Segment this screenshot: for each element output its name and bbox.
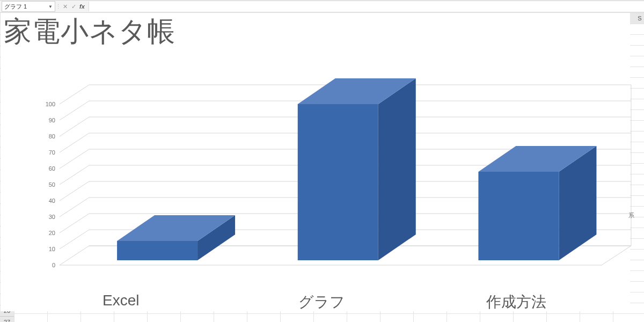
category-label-1: グラフ (298, 292, 345, 312)
svg-line-15 (60, 165, 89, 185)
chart-object[interactable]: 家電小ネタ帳 0102030405060708090100 Excel グラフ … (1, 13, 630, 311)
svg-text:90: 90 (49, 117, 55, 123)
svg-line-6 (60, 214, 89, 233)
svg-text:10: 10 (49, 246, 55, 252)
svg-text:20: 20 (49, 230, 55, 236)
svg-line-18 (60, 149, 89, 169)
cancel-button[interactable]: ✕ (61, 3, 69, 10)
svg-rect-43 (478, 172, 559, 260)
svg-line-9 (60, 197, 89, 217)
name-box[interactable]: グラフ 1 ▼ (2, 1, 55, 12)
chart-title[interactable]: 家電小ネタ帳 (4, 13, 175, 50)
svg-line-24 (60, 117, 89, 136)
svg-rect-37 (117, 241, 197, 260)
svg-text:80: 80 (49, 133, 55, 140)
svg-rect-40 (298, 104, 378, 260)
svg-text:60: 60 (49, 165, 55, 172)
category-label-2: 作成方法 (486, 292, 546, 312)
svg-line-30 (60, 85, 89, 104)
row-header[interactable]: 27 (0, 317, 14, 322)
formula-input[interactable] (89, 2, 644, 11)
formula-bar: グラフ 1 ▼ ⋮ ✕ ✓ fx (0, 0, 644, 13)
fx-button[interactable]: fx (78, 3, 86, 10)
svg-line-21 (60, 133, 89, 152)
svg-text:0: 0 (52, 262, 55, 268)
chevron-down-icon[interactable]: ▼ (48, 4, 53, 9)
svg-marker-41 (378, 78, 416, 260)
svg-line-27 (60, 101, 89, 120)
svg-line-3 (60, 230, 89, 249)
confirm-button[interactable]: ✓ (69, 3, 78, 10)
svg-text:100: 100 (46, 101, 55, 107)
chart-legend[interactable]: 系 (628, 211, 634, 219)
svg-text:70: 70 (49, 149, 55, 156)
svg-text:40: 40 (49, 197, 55, 204)
svg-line-12 (60, 181, 89, 201)
svg-line-35 (602, 246, 631, 265)
name-box-value: グラフ 1 (4, 3, 27, 11)
category-label-0: Excel (103, 292, 139, 309)
divider: ⋮ (55, 3, 61, 10)
svg-text:30: 30 (49, 214, 55, 220)
svg-line-0 (60, 246, 89, 265)
worksheet: A B C D E F G H I J K L M N O P Q R S 1 … (0, 13, 644, 322)
svg-text:50: 50 (49, 181, 55, 188)
chart-plot-area[interactable]: 0102030405060708090100 (22, 83, 618, 281)
